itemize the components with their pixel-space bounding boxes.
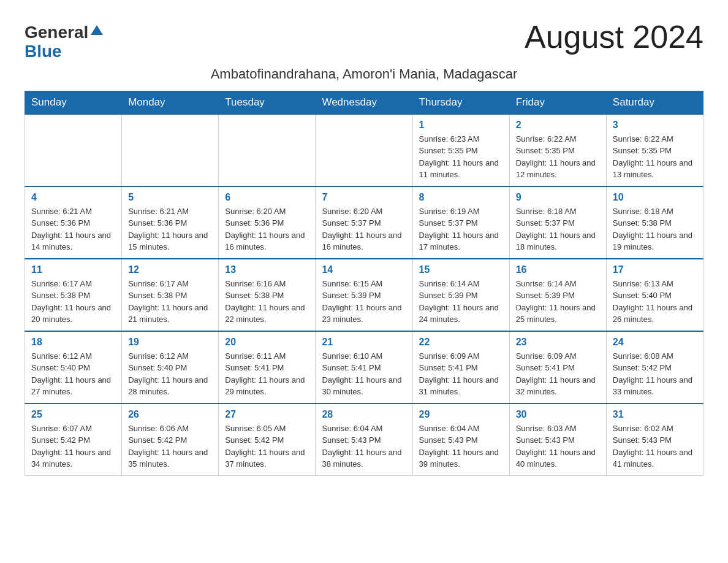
calendar-cell: 22Sunrise: 6:09 AM Sunset: 5:41 PM Dayli… xyxy=(412,331,509,404)
calendar-cell: 21Sunrise: 6:10 AM Sunset: 5:41 PM Dayli… xyxy=(316,331,412,404)
day-info: Sunrise: 6:20 AM Sunset: 5:36 PM Dayligh… xyxy=(225,205,309,253)
calendar-cell: 9Sunrise: 6:18 AM Sunset: 5:37 PM Daylig… xyxy=(509,186,606,259)
calendar-cell: 3Sunrise: 6:22 AM Sunset: 5:35 PM Daylig… xyxy=(606,114,703,186)
day-info: Sunrise: 6:18 AM Sunset: 5:38 PM Dayligh… xyxy=(613,205,697,253)
day-number: 25 xyxy=(31,409,115,420)
calendar-cell: 18Sunrise: 6:12 AM Sunset: 5:40 PM Dayli… xyxy=(25,331,122,404)
day-number: 10 xyxy=(613,192,697,203)
column-header-saturday: Saturday xyxy=(606,91,703,114)
day-number: 20 xyxy=(225,337,309,348)
calendar-cell: 2Sunrise: 6:22 AM Sunset: 5:35 PM Daylig… xyxy=(509,114,606,186)
day-info: Sunrise: 6:14 AM Sunset: 5:39 PM Dayligh… xyxy=(419,278,503,326)
day-info: Sunrise: 6:09 AM Sunset: 5:41 PM Dayligh… xyxy=(516,350,600,398)
header: General Blue August 2024 xyxy=(25,18,703,61)
day-info: Sunrise: 6:14 AM Sunset: 5:39 PM Dayligh… xyxy=(516,278,600,326)
day-number: 16 xyxy=(516,264,600,275)
calendar-cell: 26Sunrise: 6:06 AM Sunset: 5:42 PM Dayli… xyxy=(122,404,219,476)
day-info: Sunrise: 6:21 AM Sunset: 5:36 PM Dayligh… xyxy=(31,205,115,253)
day-number: 8 xyxy=(419,192,503,203)
day-number: 17 xyxy=(613,264,697,275)
week-row-3: 11Sunrise: 6:17 AM Sunset: 5:38 PM Dayli… xyxy=(25,259,703,331)
day-info: Sunrise: 6:18 AM Sunset: 5:37 PM Dayligh… xyxy=(516,205,600,253)
logo-general-text: General xyxy=(25,23,88,42)
calendar-cell: 6Sunrise: 6:20 AM Sunset: 5:36 PM Daylig… xyxy=(219,186,316,259)
column-header-friday: Friday xyxy=(509,91,606,114)
day-info: Sunrise: 6:04 AM Sunset: 5:43 PM Dayligh… xyxy=(322,423,406,470)
day-info: Sunrise: 6:17 AM Sunset: 5:38 PM Dayligh… xyxy=(128,278,212,326)
logo-triangle-icon xyxy=(91,25,103,35)
day-info: Sunrise: 6:06 AM Sunset: 5:42 PM Dayligh… xyxy=(128,423,212,470)
calendar-cell: 10Sunrise: 6:18 AM Sunset: 5:38 PM Dayli… xyxy=(606,186,703,259)
calendar-table: SundayMondayTuesdayWednesdayThursdayFrid… xyxy=(25,91,703,476)
day-info: Sunrise: 6:15 AM Sunset: 5:39 PM Dayligh… xyxy=(322,278,406,326)
calendar-cell: 13Sunrise: 6:16 AM Sunset: 5:38 PM Dayli… xyxy=(219,259,316,331)
day-number: 19 xyxy=(128,337,212,348)
calendar-cell: 24Sunrise: 6:08 AM Sunset: 5:42 PM Dayli… xyxy=(606,331,703,404)
calendar-cell xyxy=(219,114,316,186)
column-header-monday: Monday xyxy=(122,91,219,114)
day-number: 1 xyxy=(419,120,503,131)
calendar-cell xyxy=(316,114,412,186)
day-number: 4 xyxy=(31,192,115,203)
logo: General Blue xyxy=(25,23,103,61)
column-header-tuesday: Tuesday xyxy=(219,91,316,114)
calendar-cell: 5Sunrise: 6:21 AM Sunset: 5:36 PM Daylig… xyxy=(122,186,219,259)
day-number: 21 xyxy=(322,337,406,348)
day-info: Sunrise: 6:03 AM Sunset: 5:43 PM Dayligh… xyxy=(516,423,600,470)
day-number: 14 xyxy=(322,264,406,275)
day-info: Sunrise: 6:22 AM Sunset: 5:35 PM Dayligh… xyxy=(516,133,600,181)
column-header-sunday: Sunday xyxy=(25,91,122,114)
day-number: 23 xyxy=(516,337,600,348)
month-title: August 2024 xyxy=(525,18,703,55)
day-info: Sunrise: 6:22 AM Sunset: 5:35 PM Dayligh… xyxy=(613,133,697,181)
day-info: Sunrise: 6:17 AM Sunset: 5:38 PM Dayligh… xyxy=(31,278,115,326)
calendar-cell: 17Sunrise: 6:13 AM Sunset: 5:40 PM Dayli… xyxy=(606,259,703,331)
day-number: 7 xyxy=(322,192,406,203)
day-number: 22 xyxy=(419,337,503,348)
day-number: 27 xyxy=(225,409,309,420)
calendar-subtitle: Ambatofinandrahana, Amoron'i Mania, Mada… xyxy=(25,66,703,82)
calendar-cell: 27Sunrise: 6:05 AM Sunset: 5:42 PM Dayli… xyxy=(219,404,316,476)
day-info: Sunrise: 6:07 AM Sunset: 5:42 PM Dayligh… xyxy=(31,423,115,470)
calendar-cell: 15Sunrise: 6:14 AM Sunset: 5:39 PM Dayli… xyxy=(412,259,509,331)
calendar-cell xyxy=(25,114,122,186)
day-number: 11 xyxy=(31,264,115,275)
column-header-wednesday: Wednesday xyxy=(316,91,412,114)
day-info: Sunrise: 6:08 AM Sunset: 5:42 PM Dayligh… xyxy=(613,350,697,398)
calendar-cell: 23Sunrise: 6:09 AM Sunset: 5:41 PM Dayli… xyxy=(509,331,606,404)
week-row-5: 25Sunrise: 6:07 AM Sunset: 5:42 PM Dayli… xyxy=(25,404,703,476)
calendar-cell: 14Sunrise: 6:15 AM Sunset: 5:39 PM Dayli… xyxy=(316,259,412,331)
calendar-cell: 1Sunrise: 6:23 AM Sunset: 5:35 PM Daylig… xyxy=(412,114,509,186)
week-row-2: 4Sunrise: 6:21 AM Sunset: 5:36 PM Daylig… xyxy=(25,186,703,259)
day-info: Sunrise: 6:21 AM Sunset: 5:36 PM Dayligh… xyxy=(128,205,212,253)
calendar-cell: 29Sunrise: 6:04 AM Sunset: 5:43 PM Dayli… xyxy=(412,404,509,476)
day-number: 24 xyxy=(613,337,697,348)
day-info: Sunrise: 6:16 AM Sunset: 5:38 PM Dayligh… xyxy=(225,278,309,326)
week-row-1: 1Sunrise: 6:23 AM Sunset: 5:35 PM Daylig… xyxy=(25,114,703,186)
day-number: 28 xyxy=(322,409,406,420)
calendar-cell: 31Sunrise: 6:02 AM Sunset: 5:43 PM Dayli… xyxy=(606,404,703,476)
calendar-cell: 30Sunrise: 6:03 AM Sunset: 5:43 PM Dayli… xyxy=(509,404,606,476)
day-number: 12 xyxy=(128,264,212,275)
calendar-cell: 4Sunrise: 6:21 AM Sunset: 5:36 PM Daylig… xyxy=(25,186,122,259)
day-info: Sunrise: 6:05 AM Sunset: 5:42 PM Dayligh… xyxy=(225,423,309,470)
day-number: 3 xyxy=(613,120,697,131)
day-number: 15 xyxy=(419,264,503,275)
day-number: 13 xyxy=(225,264,309,275)
calendar-cell: 7Sunrise: 6:20 AM Sunset: 5:37 PM Daylig… xyxy=(316,186,412,259)
calendar-cell: 12Sunrise: 6:17 AM Sunset: 5:38 PM Dayli… xyxy=(122,259,219,331)
day-number: 30 xyxy=(516,409,600,420)
day-number: 6 xyxy=(225,192,309,203)
day-info: Sunrise: 6:09 AM Sunset: 5:41 PM Dayligh… xyxy=(419,350,503,398)
day-info: Sunrise: 6:19 AM Sunset: 5:37 PM Dayligh… xyxy=(419,205,503,253)
day-info: Sunrise: 6:04 AM Sunset: 5:43 PM Dayligh… xyxy=(419,423,503,470)
week-row-4: 18Sunrise: 6:12 AM Sunset: 5:40 PM Dayli… xyxy=(25,331,703,404)
calendar-cell: 8Sunrise: 6:19 AM Sunset: 5:37 PM Daylig… xyxy=(412,186,509,259)
day-info: Sunrise: 6:23 AM Sunset: 5:35 PM Dayligh… xyxy=(419,133,503,181)
day-number: 2 xyxy=(516,120,600,131)
day-info: Sunrise: 6:12 AM Sunset: 5:40 PM Dayligh… xyxy=(31,350,115,398)
day-info: Sunrise: 6:12 AM Sunset: 5:40 PM Dayligh… xyxy=(128,350,212,398)
day-number: 5 xyxy=(128,192,212,203)
day-number: 26 xyxy=(128,409,212,420)
calendar-header-row: SundayMondayTuesdayWednesdayThursdayFrid… xyxy=(25,91,703,114)
